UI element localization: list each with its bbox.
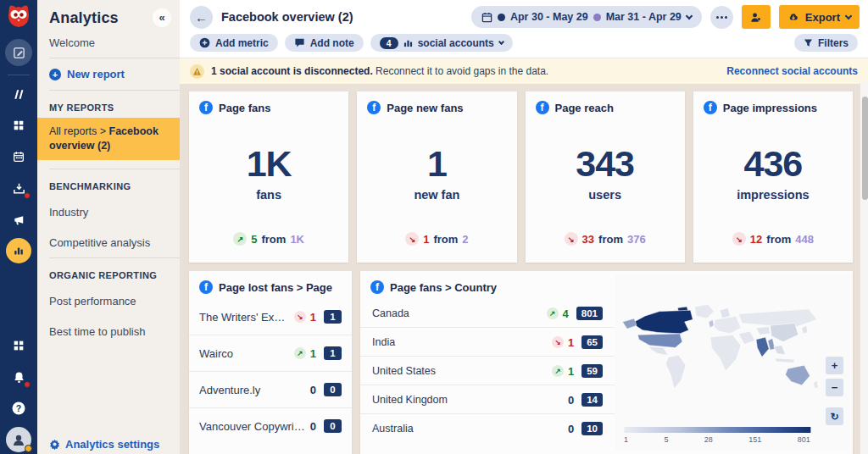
section-organic-reporting: ORGANIC REPORTING	[37, 258, 180, 285]
trend-down-icon: ↘	[565, 232, 578, 246]
date-range-picker[interactable]: Apr 30 - May 29 Mar 31 - Apr 29	[471, 6, 702, 28]
map-indonesia	[775, 358, 795, 363]
map-zoom-in-button[interactable]: +	[826, 357, 843, 374]
world-choropleth-map[interactable]: 1 5 28 151 801 + − ↻	[615, 274, 849, 451]
trend-up-icon: ↗	[547, 307, 559, 319]
export-button[interactable]: Export	[779, 5, 860, 29]
metric-unit: users	[588, 188, 621, 202]
value-badge: 1	[324, 346, 342, 360]
help-icon[interactable]: ?	[6, 396, 31, 421]
map-greenland	[694, 304, 714, 318]
map-new-zealand	[814, 380, 819, 389]
trend-down-icon: ↘	[294, 311, 306, 323]
metric-unit: new fan	[414, 188, 459, 202]
world-map-svg	[621, 286, 821, 418]
table-row[interactable]: The Writers' Exchange ↘ 1 1	[189, 299, 352, 335]
map-south-america	[666, 355, 687, 388]
facebook-icon: f	[367, 101, 381, 114]
map-india	[756, 337, 769, 357]
reconnect-accounts-link[interactable]: Reconnect social accounts	[726, 65, 858, 77]
table-row[interactable]: Canada ↗ 4 801	[360, 299, 615, 328]
amplify-megaphone-icon[interactable]	[6, 207, 31, 232]
country-list: fPage fans > Country Canada ↗ 4 801 Indi…	[360, 271, 615, 454]
notifications-bell-icon[interactable]	[6, 364, 31, 390]
value-badge: 59	[581, 364, 603, 378]
add-metric-button[interactable]: Add metric	[190, 34, 278, 52]
value-badge: 801	[576, 307, 603, 320]
sidebar-item-industry[interactable]: Industry	[37, 197, 180, 227]
metric-unit: impressions	[737, 188, 809, 202]
table-row[interactable]: India ↘ 1 65	[360, 328, 615, 357]
table-row[interactable]: Adventure.ly 0 0	[189, 372, 352, 408]
hootsuite-logo[interactable]	[4, 3, 33, 30]
share-report-button[interactable]	[742, 5, 771, 29]
analytics-icon[interactable]	[6, 238, 31, 263]
fans-by-country-card[interactable]: fPage fans > Country Canada ↗ 4 801 Indi…	[360, 271, 853, 454]
profile-avatar[interactable]	[6, 427, 31, 452]
map-china	[771, 323, 798, 341]
table-row[interactable]: United States ↗ 1 59	[360, 357, 615, 385]
bar-chart-icon	[403, 38, 413, 47]
metric-value: 1K	[247, 146, 292, 182]
scrollbar-thumb[interactable]	[862, 97, 868, 200]
metric-change: ↘ 1 from 2	[357, 232, 516, 246]
report-title: Facebook overview (2)	[221, 10, 353, 24]
map-mexico	[648, 346, 669, 355]
metric-card-page-reach[interactable]: fPage reach 343 users ↘ 33 from 376	[526, 91, 685, 263]
compose-button[interactable]	[5, 39, 32, 66]
planner-calendar-icon[interactable]	[6, 144, 31, 169]
main-area: ← Facebook overview (2) Apr 30 - May 29 …	[180, 0, 868, 454]
back-button[interactable]: ←	[190, 6, 213, 29]
apps-grid-icon[interactable]	[6, 333, 31, 358]
vertical-scrollbar[interactable]	[860, 83, 868, 454]
map-canada	[632, 310, 693, 334]
filters-button[interactable]: Filters	[794, 34, 858, 52]
sidebar-item-best-time-to-publish[interactable]: Best time to publish	[37, 316, 180, 346]
map-central-asia	[756, 327, 771, 335]
person-add-icon	[749, 11, 762, 24]
sidebar-collapse-button[interactable]: «	[153, 8, 171, 27]
new-report-button[interactable]: + New report	[37, 58, 180, 90]
streams-icon[interactable]	[6, 81, 31, 107]
analytics-settings-link[interactable]: Analytics settings	[37, 431, 180, 454]
chevron-down-icon	[686, 12, 693, 19]
rail-divider	[8, 75, 30, 75]
more-options-button[interactable]	[710, 6, 733, 29]
map-controls: + − ↻	[826, 357, 843, 425]
boards-icon[interactable]	[6, 113, 31, 138]
chevron-down-icon	[845, 12, 852, 19]
legend-gradient-bar	[624, 427, 810, 433]
table-row[interactable]: United Kingdom 0 14	[360, 385, 615, 414]
map-legend: 1 5 28 151 801	[624, 427, 810, 444]
sidebar-item-competitive-analysis[interactable]: Competitive analysis	[37, 227, 180, 257]
sidebar-item-welcome[interactable]: Welcome	[37, 27, 180, 58]
export-cloud-icon	[787, 11, 799, 23]
value-badge: 1	[324, 310, 342, 324]
sidebar-item-post-performance[interactable]: Post performance	[37, 285, 180, 316]
map-russia	[738, 309, 817, 327]
social-accounts-selector[interactable]: 4 social accounts	[370, 34, 513, 52]
trend-down-icon: ↘	[732, 232, 746, 246]
sidebar-item-active-report[interactable]: All reports > Facebook overview (2)	[37, 118, 180, 160]
map-zoom-out-button[interactable]: −	[826, 379, 843, 396]
disconnected-account-banner: 1 social account is disconnected. Reconn…	[180, 58, 868, 84]
metric-card-page-new-fans[interactable]: fPage new fans 1 new fan ↘ 1 from 2	[357, 91, 516, 263]
map-reset-button[interactable]: ↻	[826, 407, 843, 425]
value-badge: 10	[581, 422, 603, 435]
trend-up-icon: ↗	[233, 232, 247, 246]
report-canvas: fPage fans 1K fans ↗ 5 from 1K fPage new…	[180, 84, 868, 454]
plus-circle-icon	[199, 37, 210, 48]
table-row[interactable]: Vancouver Copywriters 0 0	[189, 408, 352, 444]
notification-dot	[24, 381, 31, 388]
metric-card-page-impressions[interactable]: fPage impressions 436 impressions ↘ 12 f…	[693, 91, 853, 263]
warning-icon	[190, 64, 204, 79]
add-note-button[interactable]: Add note	[285, 34, 364, 52]
table-row[interactable]: Australia 0 10	[360, 414, 615, 442]
inbox-icon[interactable]	[6, 175, 31, 201]
notification-dot	[24, 192, 31, 199]
facebook-icon: f	[536, 101, 549, 114]
metric-card-page-fans[interactable]: fPage fans 1K fans ↗ 5 from 1K	[189, 91, 348, 263]
lost-fans-card[interactable]: fPage lost fans > Page The Writers' Exch…	[189, 271, 352, 454]
table-row[interactable]: Wairco ↗ 1 1	[189, 335, 352, 372]
value-badge: 0	[324, 419, 342, 433]
